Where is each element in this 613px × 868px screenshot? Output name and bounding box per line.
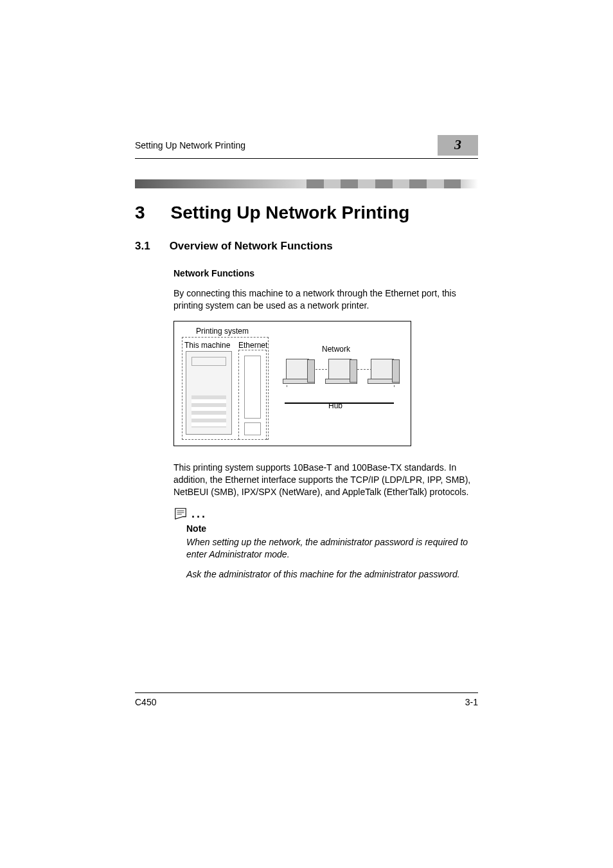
diagram-label-printing-system: Printing system (196, 327, 249, 336)
chapter-number: 3 (135, 203, 145, 223)
chapter-heading: 3 Setting Up Network Printing (135, 203, 478, 223)
hub-line (285, 402, 394, 404)
decorative-gradient-bar (135, 179, 478, 188)
note-label: Note (186, 523, 478, 534)
diagram-label-network: Network (322, 345, 350, 354)
note-dots: ... (191, 507, 207, 521)
network-diagram: Printing system This machine Ethernet Ne… (173, 321, 411, 446)
section-title: Overview of Network Functions (170, 240, 333, 253)
section-heading: 3.1 Overview of Network Functions (135, 240, 478, 253)
computer-icon (286, 359, 309, 381)
computer-icon (371, 359, 394, 381)
footer-page-number: 3-1 (465, 697, 478, 707)
chapter-title: Setting Up Network Printing (171, 203, 410, 223)
breadcrumb: Setting Up Network Printing (135, 140, 245, 150)
computer-icon (328, 359, 351, 381)
note-icon-row: ... (173, 507, 478, 521)
subsection-title: Network Functions (173, 268, 478, 278)
body-paragraph-2: This printing system supports 10Base-T a… (173, 462, 478, 498)
section-number: 3.1 (135, 240, 150, 253)
footer-model: C450 (135, 697, 156, 707)
ethernet-card-icon (238, 350, 267, 440)
note-icon (173, 507, 188, 521)
note-paragraph-2: Ask the administrator of this machine fo… (186, 568, 478, 581)
page-footer: C450 3-1 (135, 692, 478, 707)
chapter-number-badge: 3 (438, 135, 478, 156)
body-paragraph-1: By connecting this machine to a network … (173, 287, 478, 312)
printer-machine-icon (186, 351, 232, 435)
note-paragraph-1: When setting up the network, the adminis… (186, 536, 478, 561)
page-header: Setting Up Network Printing 3 (135, 135, 478, 159)
